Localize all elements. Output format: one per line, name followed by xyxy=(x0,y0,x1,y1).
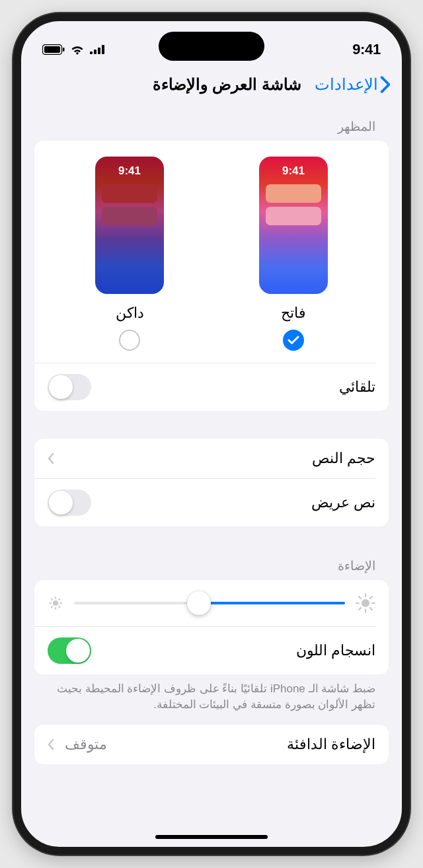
nav-bar: الإعدادات شاشة العرض والإضاءة xyxy=(21,67,402,106)
dark-widget-2 xyxy=(102,207,157,225)
dark-radio[interactable] xyxy=(119,330,140,351)
chevron-left-icon xyxy=(48,452,54,464)
svg-rect-3 xyxy=(90,52,93,54)
light-widget-1 xyxy=(266,184,321,203)
chevron-left-icon xyxy=(48,739,54,750)
svg-rect-6 xyxy=(102,45,104,54)
light-preview: 9:41 xyxy=(259,157,328,294)
light-radio[interactable] xyxy=(283,330,304,351)
home-indicator[interactable] xyxy=(155,835,268,839)
appearance-card: 9:41 فاتح 9:41 xyxy=(34,141,389,411)
automatic-row[interactable]: تلقائي xyxy=(34,363,389,411)
svg-rect-5 xyxy=(98,48,100,54)
phone-frame: 9:41 الإعدادات شاشة العرض والإضاءة المظه… xyxy=(13,13,410,855)
wifi-icon xyxy=(70,44,85,55)
checkmark-icon xyxy=(288,336,299,345)
cellular-icon xyxy=(90,45,104,54)
status-time: 9:41 xyxy=(352,41,381,58)
dynamic-island xyxy=(159,32,264,61)
svg-line-13 xyxy=(370,608,372,610)
dark-mini-time: 9:41 xyxy=(95,164,164,178)
true-tone-label: انسجام اللون xyxy=(296,642,375,659)
night-shift-card: الإضاءة الدافئة متوقف xyxy=(34,725,389,764)
night-shift-value: متوقف xyxy=(65,736,107,753)
appearance-option-dark[interactable]: 9:41 داكن xyxy=(95,157,164,351)
svg-line-15 xyxy=(370,597,372,598)
svg-rect-2 xyxy=(63,48,65,52)
light-widget-2 xyxy=(266,207,321,225)
automatic-label: تلقائي xyxy=(339,379,375,396)
svg-point-16 xyxy=(53,600,58,606)
true-tone-row[interactable]: انسجام اللون xyxy=(34,627,389,674)
bold-text-label: نص عريض xyxy=(311,494,375,511)
svg-line-24 xyxy=(59,599,59,600)
true-tone-toggle[interactable] xyxy=(48,637,91,664)
back-button[interactable]: الإعدادات xyxy=(315,75,390,94)
appearance-option-light[interactable]: 9:41 فاتح xyxy=(259,157,328,351)
page-title: شاشة العرض والإضاءة xyxy=(153,75,301,94)
night-shift-row[interactable]: الإضاءة الدافئة متوقف xyxy=(34,725,389,764)
brightness-header: الإضاءة xyxy=(34,526,389,580)
text-card: حجم النص نص عريض xyxy=(34,439,389,526)
night-shift-label: الإضاءة الدافئة xyxy=(287,736,375,753)
sun-min-icon xyxy=(48,595,63,611)
svg-line-23 xyxy=(52,606,52,607)
svg-line-21 xyxy=(52,599,52,600)
battery-icon xyxy=(42,44,65,55)
text-size-row[interactable]: حجم النص xyxy=(34,439,389,478)
sun-max-icon xyxy=(356,593,375,613)
bold-text-row[interactable]: نص عريض xyxy=(34,479,389,526)
appearance-header: المظهر xyxy=(34,106,389,141)
svg-line-14 xyxy=(359,608,361,610)
back-label: الإعدادات xyxy=(315,75,378,94)
text-size-label: حجم النص xyxy=(312,450,375,467)
svg-rect-1 xyxy=(44,46,60,53)
svg-rect-4 xyxy=(94,50,96,54)
svg-point-7 xyxy=(362,599,369,607)
brightness-slider[interactable] xyxy=(74,602,345,604)
true-tone-note: ضبط شاشة الـ iPhone تلقائيًا بناءً على ظ… xyxy=(34,674,389,725)
svg-line-12 xyxy=(359,597,361,598)
svg-line-22 xyxy=(59,606,59,607)
chevron-right-icon xyxy=(379,76,390,93)
automatic-toggle[interactable] xyxy=(48,374,91,400)
brightness-slider-row[interactable] xyxy=(34,580,389,626)
dark-label: داكن xyxy=(116,305,144,322)
dark-preview: 9:41 xyxy=(95,157,164,294)
bold-text-toggle[interactable] xyxy=(48,489,91,516)
dark-widget-1 xyxy=(102,184,157,203)
brightness-card: انسجام اللون xyxy=(34,580,389,674)
light-mini-time: 9:41 xyxy=(259,164,328,178)
brightness-thumb[interactable] xyxy=(187,591,211,615)
light-label: فاتح xyxy=(281,305,306,322)
